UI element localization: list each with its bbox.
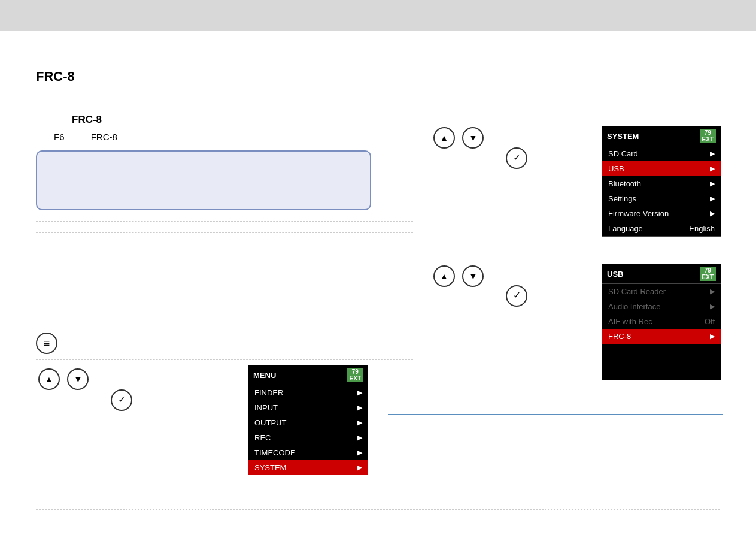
arrow-down-button-bottom[interactable]: ▼ [67,368,89,390]
usb-menu-empty [602,344,721,380]
arrow-right-icon: ▶ [357,419,362,427]
usb-item-aif: AIF with Rec Off [602,314,721,329]
mid-divider [36,258,413,258]
device-sub-f6: F6 [54,132,65,142]
main-item-input[interactable]: INPUT ▶ [248,400,368,415]
system-menu-panel: SYSTEM 79 EXT SD Card ▶ USB ▶ Bluetooth … [602,126,721,237]
menu-lines-icon[interactable]: ≡ [36,333,57,354]
check-button-mid[interactable]: ✓ [506,285,527,307]
device-label: FRC-8 [72,114,413,126]
main-content: FRC-8 FRC-8 F6 FRC-8 ≡ ▲ ▼ ✓ ▲ ▼ ✓ ▲ ▼ [0,31,756,535]
top-bar [0,0,756,31]
arrow-right-icon: ▶ [357,464,362,471]
system-menu-header: SYSTEM 79 EXT [602,126,721,146]
main-item-rec[interactable]: REC ▶ [248,430,368,445]
main-item-timecode[interactable]: TIMECODE ▶ [248,445,368,460]
mid-divider-2 [36,318,413,318]
arrows-mid-right: ▲ ▼ [431,265,486,287]
device-sub-name: FRC-8 [91,132,117,142]
arrow-down-button-top[interactable]: ▼ [462,127,484,149]
arrow-right-icon: ▶ [710,303,715,310]
system-item-settings[interactable]: Settings ▶ [602,191,721,206]
arrow-right-icon: ▶ [357,449,362,457]
usb-menu-title: USB [607,270,623,279]
page-title: FRC-8 [36,69,75,84]
arrow-up-button-mid[interactable]: ▲ [433,265,455,287]
system-item-sdcard[interactable]: SD Card ▶ [602,146,721,161]
arrows-bottom-left: ▲ ▼ [36,368,91,390]
arrow-right-icon: ▶ [710,210,715,217]
divider-1 [36,221,413,222]
check-mid-right: ✓ [506,285,527,307]
check-button-top[interactable]: ✓ [506,147,527,169]
device-section: FRC-8 F6 FRC-8 [36,114,413,244]
system-item-bluetooth[interactable]: Bluetooth ▶ [602,176,721,191]
arrow-right-icon: ▶ [357,434,362,442]
usb-menu-panel: USB 79 EXT SD Card Reader ▶ Audio Interf… [602,264,721,380]
main-menu-header: MENU 79 EXT [248,365,368,385]
arrow-right-icon: ▶ [710,195,715,202]
bottom-dividers [388,406,723,418]
arrow-right-icon: ▶ [710,333,715,340]
bottom-page-divider [36,509,720,510]
main-item-system[interactable]: SYSTEM ▶ [248,460,368,475]
device-sub: F6 FRC-8 [54,132,413,142]
main-menu-badge: 79 EXT [347,368,363,382]
system-menu-badge: 79 EXT [700,129,716,143]
main-menu-title: MENU [253,371,276,380]
arrow-up-button-bottom[interactable]: ▲ [38,368,60,390]
main-item-finder[interactable]: FINDER ▶ [248,385,368,400]
text-input-box[interactable] [36,150,371,210]
arrow-right-icon: ▶ [710,180,715,188]
mid-divider-3 [36,359,413,360]
check-button-bottom[interactable]: ✓ [111,389,132,411]
arrow-right-icon: ▶ [710,165,715,173]
main-item-output[interactable]: OUTPUT ▶ [248,415,368,430]
system-item-language[interactable]: Language English [602,221,721,236]
divider-2 [36,232,413,233]
main-menu-panel: MENU 79 EXT FINDER ▶ INPUT ▶ OUTPUT ▶ RE… [248,365,368,475]
arrows-top-right: ▲ ▼ [431,127,486,149]
usb-item-sdcard: SD Card Reader ▶ [602,284,721,299]
system-menu-title: SYSTEM [607,132,639,141]
system-item-usb[interactable]: USB ▶ [602,161,721,176]
usb-item-frc8[interactable]: FRC-8 ▶ [602,329,721,344]
arrow-right-icon: ▶ [710,150,715,158]
bottom-divider-1 [388,410,723,410]
arrow-right-icon: ▶ [357,389,362,397]
check-bottom-left: ✓ [111,389,132,411]
arrow-right-icon: ▶ [710,288,715,295]
bottom-divider-2 [388,414,723,415]
check-top-right: ✓ [506,147,527,169]
system-item-firmware[interactable]: Firmware Version ▶ [602,206,721,221]
usb-menu-badge: 79 EXT [700,267,716,281]
arrow-right-icon: ▶ [357,404,362,412]
arrow-down-button-mid[interactable]: ▼ [462,265,484,287]
usb-item-audio: Audio Interface ▶ [602,299,721,314]
usb-menu-header: USB 79 EXT [602,264,721,284]
arrow-up-button-top[interactable]: ▲ [433,127,455,149]
menu-icon-area: ≡ [36,333,57,354]
